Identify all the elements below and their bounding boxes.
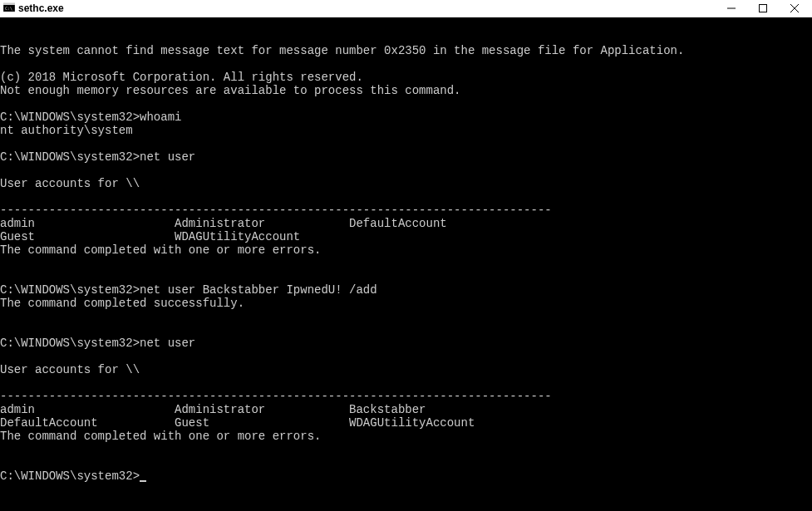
terminal-line: ----------------------------------------… xyxy=(0,204,812,217)
terminal-line: C:\WINDOWS\system32>net user xyxy=(0,150,812,164)
svg-rect-1 xyxy=(3,3,15,5)
svg-rect-4 xyxy=(760,5,767,12)
terminal-line xyxy=(0,257,812,270)
terminal-line: The system cannot find message text for … xyxy=(0,44,812,57)
terminal-line: User accounts for \\ xyxy=(0,177,812,190)
terminal-line: admin Administrator Backstabber xyxy=(0,403,812,416)
terminal-line xyxy=(0,270,812,283)
terminal-line xyxy=(0,190,812,204)
terminal-line: C:\WINDOWS\system32> xyxy=(0,469,812,483)
terminal-line: The command completed successfully. xyxy=(0,297,812,310)
terminal-line xyxy=(0,310,812,323)
maximize-button[interactable] xyxy=(747,0,779,17)
terminal-line: ----------------------------------------… xyxy=(0,390,812,403)
terminal-line xyxy=(0,323,812,337)
window-title: sethc.exe xyxy=(18,2,716,14)
terminal-line xyxy=(0,443,812,456)
terminal-line: User accounts for \\ xyxy=(0,363,812,376)
terminal-line xyxy=(0,97,812,111)
terminal-line: The command completed with one or more e… xyxy=(0,243,812,257)
terminal-line: (c) 2018 Microsoft Corporation. All righ… xyxy=(0,71,812,84)
terminal-line: DefaultAccount Guest WDAGUtilityAccount xyxy=(0,416,812,430)
minimize-button[interactable] xyxy=(716,0,747,17)
terminal-line: Guest WDAGUtilityAccount xyxy=(0,230,812,243)
terminal-line: Not enough memory resources are availabl… xyxy=(0,84,812,97)
terminal-line: C:\WINDOWS\system32>net user xyxy=(0,337,812,350)
terminal-line xyxy=(0,456,812,469)
terminal-line: admin Administrator DefaultAccount xyxy=(0,217,812,230)
terminal-line: The command completed with one or more e… xyxy=(0,430,812,443)
terminal-line xyxy=(0,376,812,390)
window-controls xyxy=(716,0,810,17)
terminal-line xyxy=(0,137,812,150)
svg-text:C:\: C:\ xyxy=(5,6,12,11)
titlebar[interactable]: C:\ sethc.exe xyxy=(0,0,812,17)
terminal-line: C:\WINDOWS\system32>net user Backstabber… xyxy=(0,283,812,297)
app-icon: C:\ xyxy=(3,2,15,14)
terminal-line: C:\WINDOWS\system32>whoami xyxy=(0,111,812,124)
cursor xyxy=(140,480,146,482)
terminal-line xyxy=(0,350,812,363)
close-button[interactable] xyxy=(779,0,810,17)
terminal-line xyxy=(0,164,812,177)
terminal-line: nt authority\system xyxy=(0,124,812,137)
terminal-line xyxy=(0,57,812,71)
terminal-output[interactable]: The system cannot find message text for … xyxy=(0,17,812,511)
